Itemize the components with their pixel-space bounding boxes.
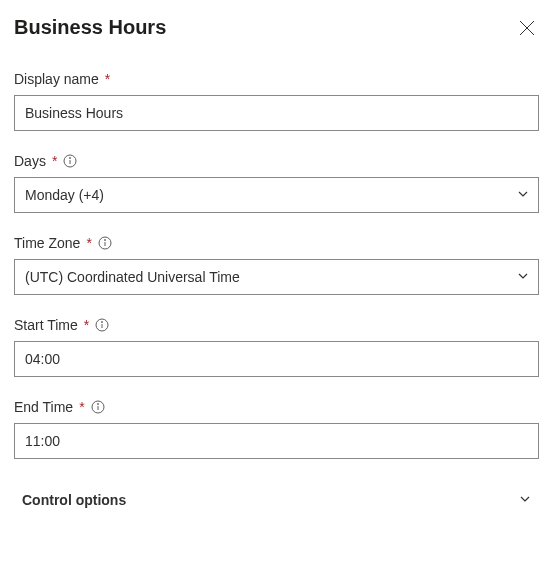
panel-title: Business Hours bbox=[14, 16, 166, 39]
days-select-wrap: Monday (+4) bbox=[14, 177, 539, 213]
business-hours-panel: Business Hours Display name * Days * bbox=[0, 0, 553, 521]
display-name-field: Display name * bbox=[14, 71, 539, 131]
control-options-toggle[interactable]: Control options bbox=[14, 481, 539, 517]
chevron-down-icon bbox=[519, 491, 531, 509]
timezone-select-wrap: (UTC) Coordinated Universal Time bbox=[14, 259, 539, 295]
display-name-input[interactable] bbox=[14, 95, 539, 131]
field-label-row: Start Time * bbox=[14, 317, 539, 333]
end-time-field: End Time * bbox=[14, 399, 539, 459]
field-label-row: End Time * bbox=[14, 399, 539, 415]
days-label: Days bbox=[14, 153, 46, 169]
svg-point-7 bbox=[104, 240, 105, 241]
info-icon[interactable] bbox=[91, 400, 105, 414]
start-time-field: Start Time * bbox=[14, 317, 539, 377]
required-indicator: * bbox=[105, 71, 110, 87]
field-label-row: Display name * bbox=[14, 71, 539, 87]
panel-header: Business Hours bbox=[14, 16, 539, 43]
required-indicator: * bbox=[84, 317, 89, 333]
info-icon[interactable] bbox=[95, 318, 109, 332]
svg-point-10 bbox=[102, 322, 103, 323]
end-time-input[interactable] bbox=[14, 423, 539, 459]
display-name-label: Display name bbox=[14, 71, 99, 87]
svg-point-4 bbox=[70, 158, 71, 159]
control-options-label: Control options bbox=[22, 492, 126, 508]
timezone-label: Time Zone bbox=[14, 235, 80, 251]
close-button[interactable] bbox=[515, 16, 539, 43]
required-indicator: * bbox=[86, 235, 91, 251]
svg-point-13 bbox=[97, 404, 98, 405]
field-label-row: Time Zone * bbox=[14, 235, 539, 251]
start-time-label: Start Time bbox=[14, 317, 78, 333]
required-indicator: * bbox=[79, 399, 84, 415]
start-time-input[interactable] bbox=[14, 341, 539, 377]
field-label-row: Days * bbox=[14, 153, 539, 169]
end-time-label: End Time bbox=[14, 399, 73, 415]
info-icon[interactable] bbox=[63, 154, 77, 168]
days-field: Days * Monday (+4) bbox=[14, 153, 539, 213]
required-indicator: * bbox=[52, 153, 57, 169]
close-icon bbox=[519, 20, 535, 39]
timezone-field: Time Zone * (UTC) Coordinated Universal … bbox=[14, 235, 539, 295]
days-select[interactable]: Monday (+4) bbox=[14, 177, 539, 213]
timezone-select[interactable]: (UTC) Coordinated Universal Time bbox=[14, 259, 539, 295]
info-icon[interactable] bbox=[98, 236, 112, 250]
